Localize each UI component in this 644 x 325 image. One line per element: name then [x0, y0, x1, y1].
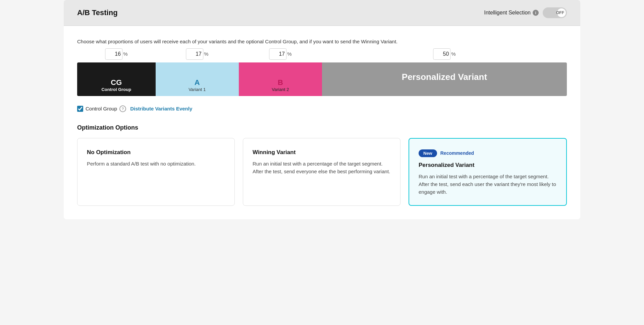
b-letter: B: [278, 78, 283, 87]
b-pct-wrapper: %: [269, 48, 291, 60]
page-title: A/B Testing: [77, 8, 118, 17]
pv-letter: Personalized Variant: [402, 72, 487, 82]
a-pct-wrapper: %: [186, 48, 208, 60]
control-group-label: Control Group: [86, 106, 117, 111]
pv-label: Personalized Variant: [322, 62, 567, 92]
checkbox-row: Control Group ? Distribute Variants Even…: [77, 105, 567, 112]
cg-pct-symbol: %: [123, 51, 127, 57]
winning-variant-title: Winning Variant: [253, 149, 391, 156]
segment-pv: % Personalized Variant: [322, 62, 567, 96]
distribution-description: Choose what proportions of users will re…: [77, 38, 567, 46]
intelligent-selection-label: Intelligent Selection i: [484, 10, 539, 16]
control-group-info-icon[interactable]: ?: [119, 105, 126, 112]
optimization-section: Optimization Options No Optimization Per…: [77, 124, 567, 206]
winning-variant-desc: Run an initial test with a percentage of…: [253, 160, 391, 176]
control-group-checkbox-item: Control Group ?: [77, 105, 126, 112]
cg-pct-input[interactable]: [105, 48, 122, 60]
no-optimization-desc: Perform a standard A/B test with no opti…: [87, 160, 225, 168]
optimization-title: Optimization Options: [77, 124, 567, 131]
segment-cg: % CG Control Group: [77, 62, 156, 96]
toggle-label: OFF: [556, 10, 564, 15]
a-name: Variant 1: [189, 87, 206, 92]
badge-new: New: [419, 149, 437, 157]
b-pct-symbol: %: [287, 51, 291, 57]
a-pct-symbol: %: [204, 51, 208, 57]
header-right: Intelligent Selection i OFF: [484, 7, 567, 18]
pv-pct-wrapper: %: [433, 48, 455, 60]
b-pct-input[interactable]: [269, 48, 286, 60]
card-winning-variant[interactable]: Winning Variant Run an initial test with…: [243, 138, 400, 206]
intelligent-selection-info-icon[interactable]: i: [533, 10, 539, 16]
b-name: Variant 2: [272, 87, 289, 92]
distribution-bar: % CG Control Group % A Variant 1: [77, 62, 567, 96]
no-optimization-title: No Optimization: [87, 149, 225, 156]
pv-pct-symbol: %: [451, 51, 455, 57]
distribution-container: % CG Control Group % A Variant 1: [77, 62, 567, 96]
pv-pct-input[interactable]: [433, 48, 450, 60]
header: A/B Testing Intelligent Selection i OFF: [64, 0, 580, 26]
intelligent-selection-toggle[interactable]: OFF: [543, 7, 567, 18]
control-group-checkbox[interactable]: [77, 106, 83, 112]
personalized-variant-title: Personalized Variant: [419, 162, 557, 169]
personalized-variant-badges: New Recommended: [419, 149, 557, 157]
page-wrapper: A/B Testing Intelligent Selection i OFF …: [64, 0, 580, 219]
personalized-variant-desc: Run an initial test with a percentage of…: [419, 173, 557, 196]
segment-a: % A Variant 1: [156, 62, 239, 96]
a-pct-input[interactable]: [186, 48, 203, 60]
distribute-variants-link[interactable]: Distribute Variants Evenly: [130, 106, 192, 111]
cg-pct-wrapper: %: [105, 48, 127, 60]
card-personalized-variant[interactable]: New Recommended Personalized Variant Run…: [409, 138, 567, 206]
a-letter: A: [195, 78, 200, 87]
optimization-cards-row: No Optimization Perform a standard A/B t…: [77, 138, 567, 206]
cg-name: Control Group: [101, 87, 131, 92]
main-content: Choose what proportions of users will re…: [64, 26, 580, 219]
segment-b: % B Variant 2: [239, 62, 322, 96]
card-no-optimization[interactable]: No Optimization Perform a standard A/B t…: [77, 138, 235, 206]
badge-recommended: Recommended: [440, 150, 474, 156]
cg-letter: CG: [111, 78, 122, 87]
